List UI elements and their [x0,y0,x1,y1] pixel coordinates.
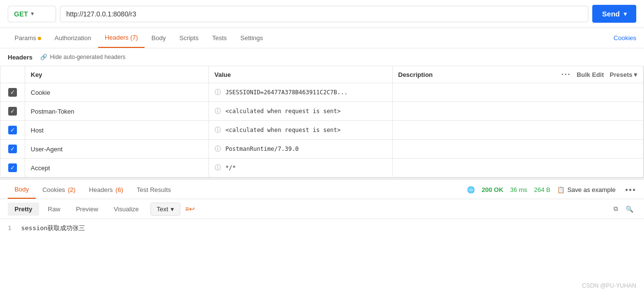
row-checkbox[interactable]: ✓ [8,145,17,153]
params-dot [38,37,41,40]
save-icon: 📋 [557,186,565,193]
response-status: 🌐 200 OK 36 ms 264 B 📋 Save as example •… [467,186,636,194]
send-label: Send [602,10,620,18]
key-cell: User-Agent [25,140,208,159]
headers-bar: Headers 🔗 Hide auto-generated headers [0,48,644,66]
bulk-edit-button[interactable]: Bulk Edit [577,71,604,78]
res-tab-headers[interactable]: Headers (6) [82,181,130,198]
key-cell: Host [25,121,208,140]
desc-cell [392,159,644,177]
key-cell: Accept [25,159,208,177]
res-tab-cookies[interactable]: Cookies (2) [36,181,82,198]
url-bar: GET ▾ Send ▾ [0,0,644,28]
value-cell: ⓘ <calculated when request is sent> [208,121,392,140]
method-select[interactable]: GET ▾ [8,6,56,22]
tab-authorization[interactable]: Authorization [48,29,98,47]
cookies-link[interactable]: Cookies [614,29,636,47]
request-tabs: Params Authorization Headers (7) Body Sc… [0,28,644,48]
table-row: ✓ User-Agent ⓘ PostmanRuntime/7.39.0 [0,140,644,159]
tab-settings[interactable]: Settings [234,29,270,47]
fmt-tab-pretty[interactable]: Pretty [8,203,39,216]
res-tab-body[interactable]: Body [8,181,36,199]
key-cell: Cookie [25,83,208,102]
link-icon: 🔗 [40,54,47,60]
col-header-value: Value [208,66,392,83]
row-checkbox[interactable]: ✓ [8,163,17,172]
value-cell: ⓘ <calculated when request is sent> [208,102,392,121]
status-size: 264 B [534,186,550,193]
tab-headers[interactable]: Headers (7) [98,28,145,48]
tab-params[interactable]: Params [8,29,48,47]
tab-tests[interactable]: Tests [205,29,234,47]
row-checkbox[interactable]: ✓ [8,88,17,97]
info-icon[interactable]: ⓘ [215,145,221,152]
value-cell: ⓘ */* [208,159,392,177]
response-tabs: Body Cookies (2) Headers (6) Test Result… [0,180,644,199]
format-bar: Pretty Raw Preview Visualize Text ▾ ≡↩ ⧉… [0,199,644,219]
table-row: ✓ Accept ⓘ */* [0,159,644,177]
info-icon[interactable]: ⓘ [215,126,221,133]
tab-scripts[interactable]: Scripts [173,29,205,47]
response-content: 1 session获取成功张三 [0,219,644,237]
search-icon[interactable]: 🔍 [623,203,636,216]
desc-cell [392,140,644,159]
table-row: ✓ Cookie ⓘ JSESSIONID=26477A378B463911C2… [0,83,644,102]
col-header-check [0,66,25,83]
more-columns-button[interactable]: ··· [561,70,571,79]
status-time: 36 ms [510,186,527,193]
info-icon[interactable]: ⓘ [215,88,221,96]
url-input[interactable] [60,6,588,22]
line-number: 1 [8,224,12,232]
method-chevron: ▾ [31,11,34,17]
value-cell: ⓘ JSESSIONID=26477A378B463911C2C7B... [208,83,392,102]
col-header-description: Description ··· Bulk Edit Presets ▾ [392,66,644,83]
fmt-tab-raw[interactable]: Raw [41,203,67,216]
more-options-button[interactable]: ••• [625,186,636,194]
fmt-tab-preview[interactable]: Preview [69,203,105,216]
fmt-tab-visualize[interactable]: Visualize [107,203,146,216]
desc-cell [392,121,644,140]
method-label: GET [14,10,28,18]
col-header-key: Key [25,66,208,83]
tab-body[interactable]: Body [145,29,173,47]
row-checkbox[interactable]: ✓ [8,126,17,134]
save-example-button[interactable]: 📋 Save as example [557,186,615,193]
presets-button[interactable]: Presets ▾ [610,71,637,78]
info-icon[interactable]: ⓘ [215,164,221,171]
globe-icon: 🌐 [467,186,475,193]
desc-cell [392,102,644,121]
key-cell: Postman-Token [25,102,208,121]
status-ok: 200 OK [482,186,503,193]
wrap-icon[interactable]: ≡↩ [182,202,198,216]
send-button[interactable]: Send ▾ [592,5,636,23]
response-text: session获取成功张三 [21,224,86,232]
table-row: ✓ Postman-Token ⓘ <calculated when reque… [0,102,644,121]
headers-table-wrapper: Key Value Description ··· Bulk Edit Pres… [0,66,644,178]
value-cell: ⓘ PostmanRuntime/7.39.0 [208,140,392,159]
res-tab-test-results[interactable]: Test Results [130,181,178,198]
table-row: ✓ Host ⓘ <calculated when request is sen… [0,121,644,140]
send-chevron: ▾ [624,11,627,17]
row-checkbox[interactable]: ✓ [8,107,17,116]
headers-table: Key Value Description ··· Bulk Edit Pres… [0,66,644,177]
hide-auto-headers-button[interactable]: 🔗 Hide auto-generated headers [36,52,129,62]
headers-section-label: Headers [8,54,32,61]
format-select[interactable]: Text ▾ [150,203,180,216]
info-icon[interactable]: ⓘ [215,107,221,115]
desc-cell [392,83,644,102]
copy-icon[interactable]: ⧉ [611,202,621,216]
